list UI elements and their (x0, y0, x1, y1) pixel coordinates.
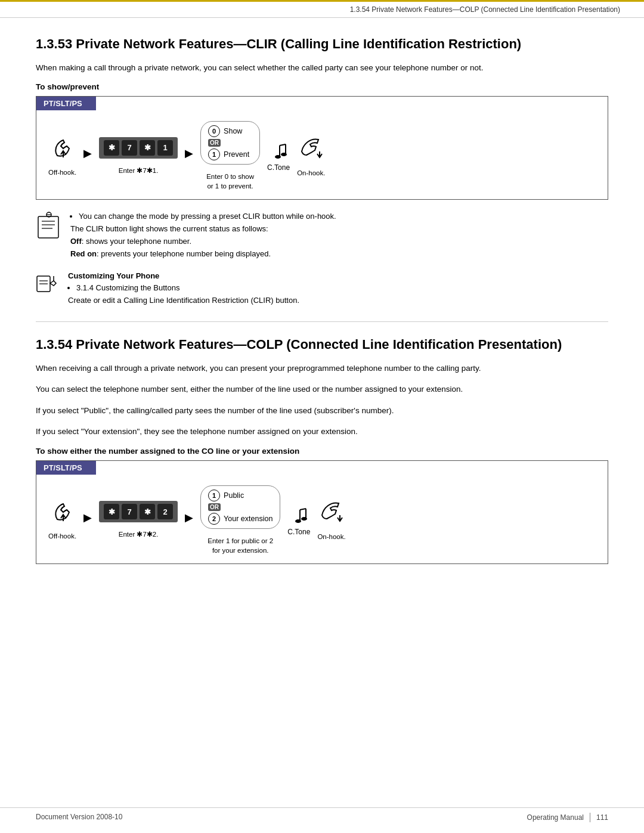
step-offhook-54: Off-hook. (48, 499, 76, 541)
section-54-body4: If you select "Your extension", they see… (36, 425, 608, 438)
section-54-body1: When receiving a call through a private … (36, 362, 608, 375)
arrow1-54: ▶ (83, 511, 92, 524)
section-53-title: 1.3.53 Private Network Features—CLIR (Ca… (36, 36, 608, 53)
offhook-icon (50, 135, 75, 160)
section-53-body: When making a call through a private net… (36, 61, 608, 75)
custom-title-53: Customizing Your Phone (68, 270, 299, 283)
offhook-icon-54 (50, 499, 75, 524)
instruction-box-53: PT/SLT/PS Off-hook. (36, 96, 608, 200)
note-off-text: : shows your telephone number. (82, 237, 191, 246)
or-badge-53: OR (208, 139, 221, 147)
step-ctone-53: C.Tone (267, 141, 290, 172)
arrow2-54: ▶ (185, 511, 193, 524)
custom-item1-53: 3.1.4 Customizing the Buttons (76, 282, 299, 295)
option-text-ext-54: Your extension (224, 515, 273, 523)
section-divider (36, 321, 608, 322)
step-keys-54: ✱ 7 ✱ 2 Enter ✱7✱2. (99, 501, 178, 539)
box-header-54: PT/SLT/PS (36, 461, 96, 475)
offhook-label-54: Off-hook. (48, 531, 76, 541)
custom-text-53: Customizing Your Phone 3.1.4 Customizing… (68, 270, 299, 307)
option-text-prevent-53: Prevent (224, 150, 249, 159)
offhook-label-53: Off-hook. (48, 168, 76, 177)
onhook-icon-53 (298, 135, 324, 161)
step-onhook-53: On-hook. (297, 135, 325, 178)
note-off-bold: Off (70, 237, 82, 246)
option-box-53: 0 Show OR 1 Prevent (200, 121, 260, 165)
customizing-icon (36, 270, 60, 294)
step-ctone-54: C.Tone (287, 505, 310, 536)
footer-manual: Operating Manual (527, 813, 584, 822)
section-54-title: 1.3.54 Private Network Features—COLP (Co… (36, 336, 608, 354)
option-num-1-54: 1 (208, 490, 220, 501)
ctone-icon-54 (288, 505, 309, 527)
note-text-53: You can change the mode by pressing a pr… (70, 210, 336, 260)
option-num-2-54: 2 (208, 513, 220, 525)
option-show-53: 0 Show (208, 125, 242, 137)
steps-row-53: Off-hook. ▶ ✱ 7 ✱ 1 Enter ✱7✱1. ▶ (48, 121, 596, 191)
ctone-label-54: C.Tone (287, 528, 310, 536)
custom-box-53: Customizing Your Phone 3.1.4 Customizing… (36, 270, 608, 307)
svg-point-21 (295, 519, 301, 523)
ctone-icon-53 (268, 141, 289, 162)
subsection-54-title: To show either the number assigned to th… (36, 447, 608, 456)
enter-label-53: Enter ✱7✱1. (119, 166, 159, 175)
page-header: 1.3.54 Private Network Features—COLP (Co… (0, 0, 644, 18)
instruction-box-54: PT/SLT/PS Off-hook. ▶ (36, 460, 608, 564)
note-line2-53: The CLIR button light shows the current … (70, 224, 268, 233)
step-offhook-53: Off-hook. (48, 135, 76, 177)
onhook-icon-54 (318, 498, 345, 525)
footer-pagenum: 111 (596, 813, 608, 822)
note-list-53: You can change the mode by pressing a pr… (70, 210, 336, 223)
key-star2-53: ✱ (140, 140, 155, 156)
svg-rect-7 (38, 216, 58, 238)
key-7-53: 7 (122, 140, 137, 156)
step-onhook-54: On-hook. (317, 498, 345, 541)
page-footer: Document Version 2008-10 Operating Manua… (0, 807, 644, 822)
footer-divider (590, 813, 590, 822)
steps-row-54: Off-hook. ▶ ✱ 7 ✱ 2 Enter ✱7✱2. ▶ (48, 485, 596, 555)
note-red-text: : prevents your telephone number being d… (97, 249, 271, 258)
step-options-53: 0 Show OR 1 Prevent Enter 0 to show or 1… (200, 121, 260, 191)
option-ext-54: 2 Your extension (208, 513, 273, 525)
section-54-body2: You can select the telephone number sent… (36, 383, 608, 396)
key-star1-53: ✱ (104, 140, 119, 156)
option-box-54: 1 Public OR 2 Your extension (200, 485, 280, 529)
arrow1-53: ▶ (83, 147, 92, 160)
key-sequence-54: ✱ 7 ✱ 2 (99, 501, 178, 522)
key-2-54: 2 (157, 504, 173, 519)
custom-list-53: 3.1.4 Customizing the Buttons (68, 282, 299, 295)
arrow2-53: ▶ (185, 147, 193, 160)
custom-body-53: Create or edit a Calling Line Identifica… (68, 296, 299, 305)
footer-left: Document Version 2008-10 (36, 813, 122, 822)
step-keys-53: ✱ 7 ✱ 1 Enter ✱7✱1. (99, 137, 178, 175)
svg-line-2 (280, 144, 286, 145)
footer-right: Operating Manual 111 (527, 813, 608, 822)
svg-point-4 (275, 155, 281, 159)
key-star2-54: ✱ (140, 504, 155, 519)
box-body-53: Off-hook. ▶ ✱ 7 ✱ 1 Enter ✱7✱1. ▶ (36, 110, 608, 199)
or-badge-54: OR (208, 503, 221, 511)
box-header-53: PT/SLT/PS (36, 97, 96, 110)
svg-point-5 (281, 153, 287, 156)
onhook-label-54: On-hook. (317, 532, 345, 541)
note-icon-53 (36, 212, 62, 242)
subsection-53-title: To show/prevent (36, 82, 608, 91)
note-red-bold: Red on (70, 249, 97, 258)
option-prevent-53: 1 Prevent (208, 148, 249, 160)
header-text: 1.3.54 Private Network Features—COLP (Co… (350, 5, 620, 14)
notepad-icon (36, 212, 62, 240)
option-text-public-54: Public (224, 491, 244, 500)
custom-icon-53 (36, 270, 60, 296)
enter-label-54: Enter ✱7✱2. (119, 529, 159, 539)
key-7-54: 7 (122, 504, 137, 519)
svg-point-22 (301, 517, 307, 521)
svg-line-19 (300, 509, 306, 510)
key-1-53: 1 (157, 140, 173, 156)
option-num-0-53: 0 (208, 125, 220, 137)
key-sequence-53: ✱ 7 ✱ 1 (99, 137, 178, 159)
key-star1-54: ✱ (104, 504, 119, 519)
onhook-label-53: On-hook. (297, 168, 325, 178)
step-options-54: 1 Public OR 2 Your extension Enter 1 for… (200, 485, 280, 555)
option-public-54: 1 Public (208, 490, 244, 501)
options-label-54: Enter 1 for public or 2 for your extensi… (208, 536, 273, 555)
